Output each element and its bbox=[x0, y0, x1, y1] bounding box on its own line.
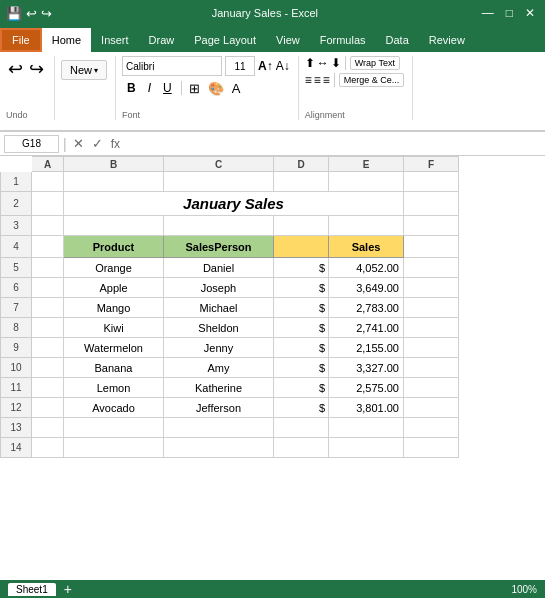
cell-f6[interactable] bbox=[404, 278, 459, 298]
cell-d3[interactable] bbox=[274, 216, 329, 236]
row-header-14[interactable]: 14 bbox=[0, 438, 32, 458]
align-middle-btn[interactable]: ↔ bbox=[317, 56, 329, 70]
font-name-input[interactable] bbox=[122, 56, 222, 76]
cell-a10[interactable] bbox=[32, 358, 64, 378]
row-header-12[interactable]: 12 bbox=[0, 398, 32, 418]
cell-c13[interactable] bbox=[164, 418, 274, 438]
tab-data[interactable]: Data bbox=[376, 28, 419, 52]
cell-d5[interactable]: $ bbox=[274, 258, 329, 278]
font-decrease-btn[interactable]: A↓ bbox=[276, 59, 290, 73]
undo-btn[interactable]: ↩ bbox=[6, 56, 25, 82]
cell-f3[interactable] bbox=[404, 216, 459, 236]
cell-e10[interactable]: 3,327.00 bbox=[329, 358, 404, 378]
col-header-e[interactable]: E bbox=[329, 156, 404, 172]
cell-a8[interactable] bbox=[32, 318, 64, 338]
cell-d9[interactable]: $ bbox=[274, 338, 329, 358]
cell-c8[interactable]: Sheldon bbox=[164, 318, 274, 338]
cell-d7[interactable]: $ bbox=[274, 298, 329, 318]
cell-b9[interactable]: Watermelon bbox=[64, 338, 164, 358]
wrap-text-btn[interactable]: Wrap Text bbox=[350, 56, 400, 70]
cell-b5[interactable]: Orange bbox=[64, 258, 164, 278]
font-increase-btn[interactable]: A↑ bbox=[258, 59, 273, 73]
tab-review[interactable]: Review bbox=[419, 28, 475, 52]
cell-d11[interactable]: $ bbox=[274, 378, 329, 398]
align-center-btn[interactable]: ≡ bbox=[314, 73, 321, 87]
align-left-btn[interactable]: ≡ bbox=[305, 73, 312, 87]
cell-f8[interactable] bbox=[404, 318, 459, 338]
align-bottom-btn[interactable]: ⬇ bbox=[331, 56, 341, 70]
cell-b14[interactable] bbox=[64, 438, 164, 458]
cell-a12[interactable] bbox=[32, 398, 64, 418]
row-header-13[interactable]: 13 bbox=[0, 418, 32, 438]
cell-d14[interactable] bbox=[274, 438, 329, 458]
cell-a6[interactable] bbox=[32, 278, 64, 298]
cell-c9[interactable]: Jenny bbox=[164, 338, 274, 358]
cell-a7[interactable] bbox=[32, 298, 64, 318]
cell-c11[interactable]: Katherine bbox=[164, 378, 274, 398]
cell-c14[interactable] bbox=[164, 438, 274, 458]
close-btn[interactable]: ✕ bbox=[521, 6, 539, 20]
cancel-formula-icon[interactable]: ✕ bbox=[71, 136, 86, 151]
cell-d4-header[interactable] bbox=[274, 236, 329, 258]
cell-e8[interactable]: 2,741.00 bbox=[329, 318, 404, 338]
insert-function-icon[interactable]: fx bbox=[109, 137, 122, 151]
cell-b10[interactable]: Banana bbox=[64, 358, 164, 378]
cell-e9[interactable]: 2,155.00 bbox=[329, 338, 404, 358]
cell-f14[interactable] bbox=[404, 438, 459, 458]
tab-page-layout[interactable]: Page Layout bbox=[184, 28, 266, 52]
redo-btn[interactable]: ↪ bbox=[27, 56, 46, 82]
cell-b7[interactable]: Mango bbox=[64, 298, 164, 318]
cell-f2[interactable] bbox=[404, 192, 459, 216]
cell-d8[interactable]: $ bbox=[274, 318, 329, 338]
new-button[interactable]: New ▾ bbox=[61, 60, 107, 80]
cell-a11[interactable] bbox=[32, 378, 64, 398]
cell-b6[interactable]: Apple bbox=[64, 278, 164, 298]
col-header-d[interactable]: D bbox=[274, 156, 329, 172]
save-quick-btn[interactable]: 💾 bbox=[6, 6, 22, 21]
minimize-btn[interactable]: — bbox=[478, 6, 498, 20]
cell-c5[interactable]: Daniel bbox=[164, 258, 274, 278]
cell-a4[interactable] bbox=[32, 236, 64, 258]
tab-draw[interactable]: Draw bbox=[139, 28, 185, 52]
cell-a14[interactable] bbox=[32, 438, 64, 458]
cell-e14[interactable] bbox=[329, 438, 404, 458]
col-header-c[interactable]: C bbox=[164, 156, 274, 172]
row-header-4[interactable]: 4 bbox=[0, 236, 32, 258]
row-header-5[interactable]: 5 bbox=[0, 258, 32, 278]
cell-a13[interactable] bbox=[32, 418, 64, 438]
row-header-8[interactable]: 8 bbox=[0, 318, 32, 338]
cell-e11[interactable]: 2,575.00 bbox=[329, 378, 404, 398]
cell-e7[interactable]: 2,783.00 bbox=[329, 298, 404, 318]
cell-e3[interactable] bbox=[329, 216, 404, 236]
bold-btn[interactable]: B bbox=[122, 79, 141, 97]
confirm-formula-icon[interactable]: ✓ bbox=[90, 136, 105, 151]
cell-b4-header[interactable]: Product bbox=[64, 236, 164, 258]
cell-e13[interactable] bbox=[329, 418, 404, 438]
cell-f12[interactable] bbox=[404, 398, 459, 418]
tab-formulas[interactable]: Formulas bbox=[310, 28, 376, 52]
cell-d1[interactable] bbox=[274, 172, 329, 192]
cell-f1[interactable] bbox=[404, 172, 459, 192]
cell-c7[interactable]: Michael bbox=[164, 298, 274, 318]
cell-b12[interactable]: Avocado bbox=[64, 398, 164, 418]
tab-insert[interactable]: Insert bbox=[91, 28, 139, 52]
cell-d10[interactable]: $ bbox=[274, 358, 329, 378]
undo-quick-btn[interactable]: ↩ bbox=[26, 6, 37, 21]
merge-center-btn[interactable]: Merge & Ce... bbox=[339, 73, 405, 87]
font-color-btn[interactable]: A bbox=[229, 80, 244, 97]
cell-b11[interactable]: Lemon bbox=[64, 378, 164, 398]
cell-f11[interactable] bbox=[404, 378, 459, 398]
cell-d12[interactable]: $ bbox=[274, 398, 329, 418]
cell-a9[interactable] bbox=[32, 338, 64, 358]
cell-f9[interactable] bbox=[404, 338, 459, 358]
maximize-btn[interactable]: □ bbox=[502, 6, 517, 20]
cell-c6[interactable]: Joseph bbox=[164, 278, 274, 298]
cell-b8[interactable]: Kiwi bbox=[64, 318, 164, 338]
borders-btn[interactable]: ⊞ bbox=[186, 80, 203, 97]
font-size-input[interactable] bbox=[225, 56, 255, 76]
cell-a2[interactable] bbox=[32, 192, 64, 216]
cell-a5[interactable] bbox=[32, 258, 64, 278]
row-header-2[interactable]: 2 bbox=[0, 192, 32, 216]
col-header-f[interactable]: F bbox=[404, 156, 459, 172]
cell-c4-header[interactable]: SalesPerson bbox=[164, 236, 274, 258]
